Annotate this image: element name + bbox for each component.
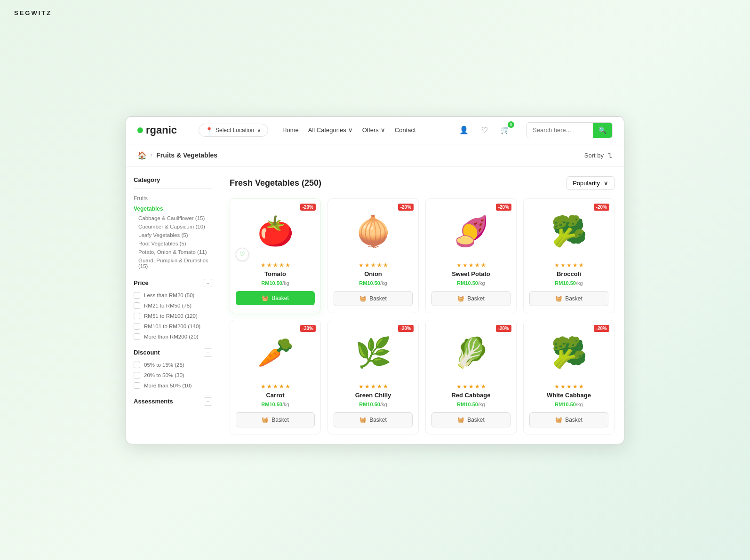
product-card-broccoli: -20% 🥦 ★ ★ ★ ★ ★ Broccoli RM10.50/kg — [523, 198, 614, 313]
product-image-white-cabbage: 🥦 — [529, 327, 608, 379]
chevron-down-icon: ∨ — [348, 126, 353, 134]
price-filter-title: Price — [134, 279, 149, 286]
discount-option-1: 05% to 15% (25) — [134, 362, 212, 368]
main-nav: Home All Categories ∨ Offers ∨ Contact — [282, 126, 447, 134]
product-price-white-cabbage: RM10.50/kg — [529, 401, 608, 408]
logo[interactable]: rganic — [137, 124, 189, 136]
basket-icon-onion: 🧺 — [359, 295, 367, 302]
stars-sweet-potato: ★ ★ ★ ★ ★ — [431, 262, 511, 268]
nav-contact[interactable]: Contact — [395, 126, 416, 134]
product-price-red-cabbage: RM10.50/kg — [431, 401, 511, 408]
basket-button-red-cabbage[interactable]: 🧺 Basket — [431, 412, 511, 427]
stars-carrot: ★ ★ ★ ★ ★ — [236, 383, 315, 390]
price-option-4: RM101 to RM200 (140) — [134, 323, 212, 330]
home-icon[interactable]: 🏠 — [137, 151, 147, 160]
breadcrumb-current: Fruits & Vegetables — [156, 151, 217, 159]
basket-icon-tomato: 🧺 — [262, 295, 269, 301]
sidebar-sub-cabbage[interactable]: Cabbage & Cauliflower (15) — [134, 214, 212, 222]
basket-button-white-cabbage[interactable]: 🧺 Basket — [529, 412, 608, 427]
location-label: Select Location — [215, 127, 254, 134]
assessments-collapse-button[interactable]: − — [204, 397, 212, 406]
discount-collapse-button[interactable]: − — [204, 348, 212, 357]
stars-red-cabbage: ★ ★ ★ ★ ★ — [431, 383, 511, 390]
site-brand-label: SEGWITZ — [14, 9, 52, 16]
breadcrumb-separator: • — [151, 152, 152, 158]
discount-checkbox-2[interactable] — [134, 372, 140, 379]
price-label-5: More than RM200 (20) — [144, 334, 199, 339]
price-checkbox-1[interactable] — [134, 292, 140, 299]
product-image-red-cabbage: 🥬 — [431, 327, 511, 379]
price-filter-header: Price − — [134, 279, 212, 287]
sidebar-sub-guard[interactable]: Guard, Pumpkin & Drumstick (15) — [134, 256, 212, 270]
sidebar-item-vegetables[interactable]: Vegetables — [134, 204, 212, 214]
nav-home[interactable]: Home — [282, 126, 299, 134]
basket-button-onion[interactable]: 🧺 Basket — [334, 291, 413, 306]
cart-badge: 0 — [508, 121, 514, 128]
product-name-onion: Onion — [334, 270, 413, 277]
product-card-tomato: -20% 🍅 ♡ ★ ★ ★ ★ ★ Tomato RM10.50/kg — [230, 198, 321, 313]
search-box: 🔍 — [527, 122, 613, 138]
discount-label-2: 20% to 50% (30) — [144, 372, 184, 378]
stars-broccoli: ★ ★ ★ ★ ★ — [529, 262, 608, 268]
price-option-2: RM21 to RM50 (75) — [134, 302, 212, 309]
sidebar: Category Fruits Vegetables Cabbage & Cau… — [126, 167, 220, 444]
sidebar-item-fruits[interactable]: Fruits — [134, 193, 212, 204]
wishlist-icon-button[interactable]: ♡ — [478, 123, 492, 137]
product-name-red-cabbage: Red Cabbage — [431, 392, 511, 399]
product-image-tomato: 🍅 — [236, 205, 315, 257]
basket-button-green-chilly[interactable]: 🧺 Basket — [334, 412, 413, 427]
discount-option-3: More than 50% (10) — [134, 382, 212, 389]
price-checkbox-2[interactable] — [134, 302, 140, 309]
sort-icon: ⇅ — [607, 152, 613, 159]
price-filter-section: Price − Less than RM20 (50) RM21 to RM50… — [134, 279, 212, 340]
sidebar-sub-root[interactable]: Root Vegetables (5) — [134, 239, 212, 248]
search-input[interactable] — [527, 123, 593, 137]
price-checkbox-4[interactable] — [134, 323, 140, 330]
price-checkbox-3[interactable] — [134, 313, 140, 319]
basket-button-sweet-potato[interactable]: 🧺 Basket — [431, 291, 511, 306]
sidebar-sub-potato[interactable]: Potato, Onion & Tomato (11) — [134, 248, 212, 256]
discount-badge-broccoli: -20% — [594, 204, 609, 211]
sidebar-sub-cucumber[interactable]: Cucumber & Capsicum (10) — [134, 222, 212, 231]
user-icon-button[interactable]: 👤 — [457, 123, 471, 137]
basket-icon-white-cabbage: 🧺 — [555, 417, 562, 423]
cart-icon-button[interactable]: 🛒 0 — [498, 123, 512, 137]
stars-tomato: ★ ★ ★ ★ ★ — [236, 262, 315, 268]
basket-button-tomato[interactable]: 🧺 Basket — [236, 291, 315, 305]
product-image-onion: 🧅 — [334, 205, 413, 257]
search-button[interactable]: 🔍 — [593, 123, 612, 138]
product-name-green-chilly: Green Chilly — [334, 392, 413, 399]
sidebar-divider — [134, 188, 212, 189]
basket-button-broccoli[interactable]: 🧺 Basket — [529, 291, 608, 306]
sidebar-sub-leafy[interactable]: Leafy Vegetables (5) — [134, 231, 212, 239]
product-name-sweet-potato: Sweet Potato — [431, 270, 511, 277]
basket-icon-broccoli: 🧺 — [555, 295, 562, 302]
basket-button-carrot[interactable]: 🧺 Basket — [236, 412, 315, 427]
discount-badge-white-cabbage: -20% — [594, 325, 609, 332]
discount-badge-green-chilly: -20% — [398, 325, 414, 332]
stars-onion: ★ ★ ★ ★ ★ — [334, 262, 413, 268]
stars-green-chilly: ★ ★ ★ ★ ★ — [334, 383, 413, 390]
assessments-filter-section: Assessments − — [134, 397, 212, 406]
chevron-down-icon: ∨ — [381, 126, 385, 134]
sort-by-control[interactable]: Sort by ⇅ — [584, 152, 613, 159]
product-price-green-chilly: RM10.50/kg — [334, 401, 413, 408]
product-name-tomato: Tomato — [236, 270, 315, 277]
discount-label-1: 05% to 15% (25) — [144, 362, 184, 368]
nav-categories[interactable]: All Categories ∨ — [308, 126, 353, 134]
header-icons: 👤 ♡ 🛒 0 — [457, 123, 512, 137]
wishlist-button-tomato[interactable]: ♡ — [236, 248, 249, 261]
location-button[interactable]: 📍 Select Location ∨ — [199, 124, 268, 137]
price-collapse-button[interactable]: − — [204, 279, 212, 287]
breadcrumb: 🏠 • Fruits & Vegetables Sort by ⇅ — [126, 144, 624, 167]
price-label-3: RM51 to RM100 (120) — [144, 313, 198, 319]
discount-checkbox-1[interactable] — [134, 362, 140, 368]
assessments-filter-title: Assessments — [134, 398, 173, 405]
nav-offers[interactable]: Offers ∨ — [362, 126, 385, 134]
sort-dropdown[interactable]: Popularity ∨ — [566, 176, 614, 190]
location-icon: 📍 — [206, 127, 213, 134]
price-option-3: RM51 to RM100 (120) — [134, 313, 212, 319]
price-checkbox-5[interactable] — [134, 333, 140, 340]
discount-checkbox-3[interactable] — [134, 382, 140, 389]
discount-label-3: More than 50% (10) — [144, 383, 192, 388]
